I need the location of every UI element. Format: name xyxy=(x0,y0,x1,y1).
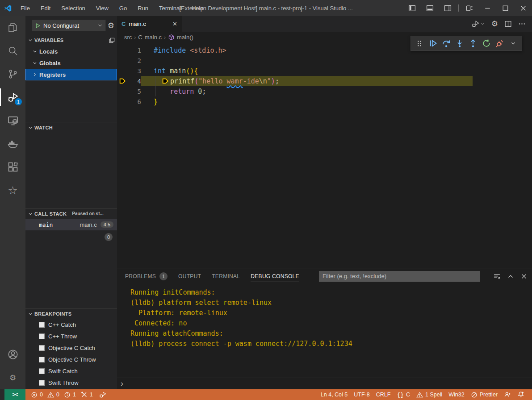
close-panel-icon[interactable] xyxy=(520,272,528,280)
debug-current-line-arrow-icon[interactable] xyxy=(117,77,128,85)
clear-console-icon[interactable] xyxy=(493,272,501,280)
collapse-all-icon[interactable] xyxy=(109,37,115,44)
launch-configuration-dropdown[interactable]: No Configurat xyxy=(32,20,106,31)
breakpoint-checkbox[interactable] xyxy=(39,357,45,362)
close-icon[interactable] xyxy=(514,0,532,16)
panel-tab-problems[interactable]: PROBLEMS1 xyxy=(125,268,168,284)
breakpoint-row[interactable]: C++ Catch xyxy=(25,319,117,330)
tab-main-c[interactable]: C main.c ✕ xyxy=(117,16,182,32)
step-over-icon[interactable] xyxy=(440,38,452,49)
status-text: Ln 4, Col 5 xyxy=(321,392,348,398)
line-number: 4 xyxy=(128,78,141,85)
status-bell-dot-icon[interactable] xyxy=(514,389,528,400)
restart-icon[interactable] xyxy=(481,38,492,49)
debug-console-input[interactable]: › xyxy=(117,378,532,389)
status-tools-icon[interactable]: 1 xyxy=(78,389,96,400)
variables-item-registers[interactable]: Registers xyxy=(25,69,117,80)
status-person-icon[interactable] xyxy=(501,389,514,400)
breakpoint-row[interactable]: Objective C Catch xyxy=(25,342,117,354)
debug-console-output[interactable]: Running initCommands: (lldb) platform se… xyxy=(117,284,532,378)
status-win32[interactable]: Win32 xyxy=(445,389,467,400)
problems-status[interactable]: 001 xyxy=(29,389,78,400)
activity-item-marketplace[interactable]: ☆ xyxy=(0,179,25,202)
code-token: #include xyxy=(154,46,186,54)
editor-action-run-or-debug-icon[interactable] xyxy=(472,20,485,28)
activity-item-remote-explorer[interactable] xyxy=(0,109,25,132)
editor-action-split-editor-icon[interactable] xyxy=(504,20,512,28)
start-debugging-icon[interactable] xyxy=(35,23,41,29)
status-prettier[interactable]: Prettier xyxy=(468,389,501,400)
status-bar: >< 001 1 Ln 4, Col 5UTF-8CRLF{̧}C1 Spell… xyxy=(0,389,532,400)
status-c[interactable]: {̧}C xyxy=(394,389,413,400)
breakpoint-checkbox[interactable] xyxy=(39,333,45,339)
breadcrumb-item[interactable]: main.c xyxy=(145,34,162,41)
disconnect-icon[interactable] xyxy=(494,38,506,49)
breadcrumb-item[interactable]: main() xyxy=(177,34,193,41)
toggle-secondary-sidebar-icon[interactable] xyxy=(439,0,457,16)
variables-section-header[interactable]: VARIABLES xyxy=(25,35,117,46)
debug-arrow-inline[interactable] xyxy=(162,77,170,85)
activity-item-settings[interactable]: ⚙ xyxy=(0,366,25,389)
code-token xyxy=(194,88,198,96)
editor-action-more-actions-icon[interactable] xyxy=(518,20,526,28)
gear-icon[interactable]: ⚙ xyxy=(108,22,114,29)
tree-item-label: Locals xyxy=(39,48,58,55)
activity-badge: 1 xyxy=(15,98,22,105)
editor-action-gear-icon[interactable]: ⚙ xyxy=(491,20,498,28)
customize-layout-icon[interactable] xyxy=(461,0,478,16)
chevron-down-icon xyxy=(32,48,38,54)
status-ln-4-col-5[interactable]: Ln 4, Col 5 xyxy=(318,389,351,400)
panel-tab-terminal[interactable]: TERMINAL xyxy=(212,268,240,284)
menu-selection[interactable]: Selection xyxy=(56,0,90,16)
call-stack-section-header[interactable]: CALL STACK Paused on st... xyxy=(25,208,117,219)
toggle-sidebar-icon[interactable] xyxy=(403,0,421,16)
step-out-icon[interactable] xyxy=(467,38,479,49)
breakpoint-checkbox[interactable] xyxy=(39,380,45,386)
status-crlf[interactable]: CRLF xyxy=(373,389,394,400)
activity-item-run-and-debug[interactable]: 1 xyxy=(0,86,25,109)
variables-item-locals[interactable]: Locals xyxy=(25,46,117,57)
breakpoint-checkbox[interactable] xyxy=(39,345,45,351)
step-into-icon[interactable] xyxy=(454,38,465,49)
variables-item-globals[interactable]: Globals xyxy=(25,57,117,69)
close-tab-icon[interactable]: ✕ xyxy=(172,21,177,27)
menu-run[interactable]: Run xyxy=(132,0,154,16)
code-editor[interactable]: 1#include <stdio.h>23int main(){4 printf… xyxy=(117,43,532,268)
breakpoint-row[interactable]: Objective C Throw xyxy=(25,354,117,365)
maximize-icon[interactable] xyxy=(496,0,514,16)
continue-icon[interactable] xyxy=(427,38,439,49)
activity-item-docker[interactable] xyxy=(0,132,25,155)
watch-section-header[interactable]: WATCH xyxy=(25,122,117,133)
minimize-icon[interactable] xyxy=(478,0,496,16)
maximize-panel-icon[interactable] xyxy=(507,272,514,280)
code-line-4: 4 printf("hello wamr-ide\n"); xyxy=(117,76,532,86)
breadcrumb-item[interactable]: src xyxy=(124,34,132,41)
menu-go[interactable]: Go xyxy=(114,0,132,16)
breakpoint-row[interactable]: C++ Throw xyxy=(25,330,117,342)
panel-tab-output[interactable]: OUTPUT xyxy=(178,268,201,284)
panel-tab-debug-console[interactable]: DEBUG CONSOLE xyxy=(251,268,299,284)
activity-item-source-control[interactable] xyxy=(0,62,25,86)
disconnect-dropdown-icon[interactable] xyxy=(507,38,519,49)
menu-file[interactable]: File xyxy=(15,0,35,16)
activity-item-explorer[interactable] xyxy=(0,16,25,39)
breakpoint-row[interactable]: Swift Throw xyxy=(25,377,117,388)
menu-view[interactable]: View xyxy=(91,0,114,16)
menu-edit[interactable]: Edit xyxy=(35,0,56,16)
breakpoint-checkbox[interactable] xyxy=(39,368,45,374)
breakpoints-section-header[interactable]: BREAKPOINTS xyxy=(25,308,117,319)
call-stack-frame[interactable]: mainmain.c4:5 xyxy=(25,219,117,230)
activity-item-search[interactable] xyxy=(0,39,25,62)
breakpoint-checkbox[interactable] xyxy=(39,322,45,328)
toggle-panel-icon[interactable] xyxy=(421,0,439,16)
status-utf-8[interactable]: UTF-8 xyxy=(351,389,373,400)
frame-name: main xyxy=(39,221,53,228)
activity-item-extensions[interactable] xyxy=(0,155,25,179)
editor-actions: ⚙ xyxy=(472,20,532,28)
breakpoint-row[interactable]: Swift Catch xyxy=(25,365,117,377)
status-debug-start-icon[interactable] xyxy=(96,389,109,400)
activity-item-accounts[interactable] xyxy=(0,343,25,366)
console-filter-input[interactable] xyxy=(319,271,480,282)
status-1-spell[interactable]: 1 Spell xyxy=(413,389,445,400)
remote-indicator[interactable]: >< xyxy=(4,389,25,400)
